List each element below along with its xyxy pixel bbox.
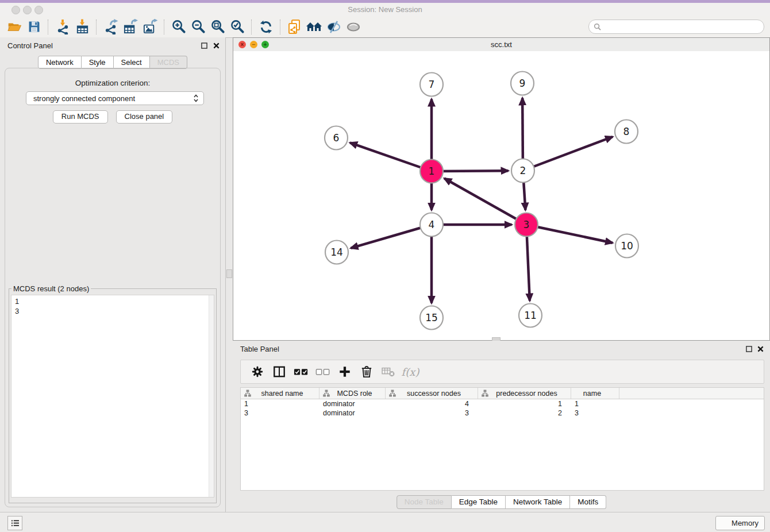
home-neighbors-icon[interactable]	[305, 18, 324, 36]
function-fx-icon[interactable]: f(x)	[399, 363, 421, 381]
graph-edge-4-14[interactable]	[351, 225, 432, 248]
network-graph[interactable]: 7968124314101511	[233, 51, 769, 340]
graph-edge-1-6[interactable]	[350, 142, 432, 171]
graph-node-9[interactable]: 9	[511, 72, 534, 95]
tab-select[interactable]: Select	[114, 56, 150, 69]
tab-motifs[interactable]: Motifs	[570, 495, 606, 509]
table-row[interactable]: 3 dominator 3 2 3	[241, 408, 764, 418]
task-list-button[interactable]	[7, 516, 22, 530]
gear-icon[interactable]	[247, 363, 268, 381]
float-panel-icon[interactable]	[200, 41, 208, 49]
graph-node-4[interactable]: 4	[420, 213, 443, 237]
search-field[interactable]	[588, 20, 764, 34]
graph-node-2[interactable]: 2	[511, 159, 534, 183]
mcds-result-title: MCDS result (2 nodes)	[11, 284, 91, 293]
result-scrollbar[interactable]	[209, 295, 214, 497]
delete-table-icon[interactable]	[378, 363, 399, 381]
refresh-icon[interactable]	[256, 18, 276, 36]
mcds-result-textarea[interactable]: 1 3	[11, 295, 214, 498]
table-row[interactable]: 1 dominator 4 1 1	[241, 399, 764, 408]
memory-status-dot	[722, 520, 728, 526]
tab-node-table[interactable]: Node Table	[396, 495, 452, 509]
cell-mcds-role[interactable]: dominator	[319, 408, 386, 418]
column-header-shared-name[interactable]: shared name	[241, 388, 319, 399]
graph-edge-2-8[interactable]	[523, 137, 613, 171]
vertical-splitter-handle[interactable]	[226, 269, 232, 278]
zoom-fit-icon[interactable]	[208, 18, 228, 36]
graph-node-3[interactable]: 3	[515, 213, 538, 237]
zoom-out-icon[interactable]	[188, 18, 208, 36]
add-row-icon[interactable]	[334, 363, 356, 381]
cell-predecessor-nodes[interactable]: 2	[478, 408, 571, 418]
import-network-icon[interactable]	[53, 18, 72, 36]
trash-icon[interactable]	[356, 363, 378, 381]
graph-node-10[interactable]: 10	[615, 234, 638, 258]
copy-network-share-icon[interactable]	[285, 18, 305, 36]
close-table-panel-icon[interactable]	[756, 345, 764, 353]
column-header-predecessor-nodes[interactable]: predecessor nodes	[478, 388, 571, 399]
svg-text:15: 15	[425, 312, 438, 323]
tab-network-table[interactable]: Network Table	[506, 495, 570, 509]
graph-node-14[interactable]: 14	[325, 241, 348, 264]
tab-mcds[interactable]: MCDS	[150, 56, 187, 69]
graph-edge-3-1[interactable]	[444, 179, 526, 225]
memory-label: Memory	[732, 519, 759, 527]
export-table-icon[interactable]	[121, 18, 140, 36]
graph-node-11[interactable]: 11	[519, 304, 542, 327]
cell-successor-nodes[interactable]: 3	[386, 408, 478, 418]
network-window-titlebar[interactable]: × − + scc.txt	[233, 38, 769, 52]
memory-button[interactable]: Memory	[715, 516, 765, 530]
close-panel-button[interactable]: Close panel	[116, 110, 173, 124]
zoom-in-icon[interactable]	[169, 18, 188, 36]
columns-icon[interactable]	[268, 363, 290, 381]
cell-successor-nodes[interactable]: 4	[386, 399, 478, 408]
status-bar: Memory	[0, 512, 770, 532]
mcds-panel-body: Optimization criterion: strongly connect…	[5, 68, 221, 507]
search-input[interactable]	[604, 22, 759, 32]
network-canvas[interactable]: 7968124314101511	[233, 51, 769, 340]
graph-node-8[interactable]: 8	[615, 120, 638, 144]
show-eye-icon[interactable]	[344, 18, 363, 36]
search-icon	[594, 23, 601, 30]
cell-shared-name[interactable]: 1	[241, 399, 319, 408]
save-icon[interactable]	[24, 18, 44, 36]
svg-text:6: 6	[333, 132, 340, 144]
svg-text:14: 14	[330, 246, 343, 258]
open-folder-icon[interactable]	[5, 18, 24, 36]
optimization-criterion-select[interactable]: strongly connected component	[26, 91, 204, 105]
select-all-checkboxes-icon[interactable]	[290, 363, 312, 381]
close-panel-icon[interactable]	[212, 41, 220, 49]
graph-node-15[interactable]: 15	[420, 306, 443, 330]
float-table-panel-icon[interactable]	[745, 345, 753, 353]
tab-network[interactable]: Network	[38, 56, 82, 69]
graph-node-1[interactable]: 1	[420, 160, 443, 183]
control-panel-title: Control Panel	[7, 41, 53, 50]
column-type-icon	[244, 390, 251, 397]
graph-edge-3-10[interactable]	[526, 225, 613, 243]
column-type-icon	[389, 390, 396, 397]
svg-text:10: 10	[621, 240, 633, 252]
tab-edge-table[interactable]: Edge Table	[452, 495, 506, 509]
run-mcds-button[interactable]: Run MCDS	[53, 110, 108, 124]
cell-name[interactable]: 1	[571, 399, 619, 408]
mcds-result-line: 1	[15, 296, 214, 306]
cell-shared-name[interactable]: 3	[241, 408, 319, 418]
export-network-icon[interactable]	[101, 18, 121, 36]
tab-style[interactable]: Style	[82, 56, 114, 69]
column-header-name[interactable]: name	[571, 388, 619, 399]
deselect-all-checkboxes-icon[interactable]	[312, 363, 334, 381]
graph-node-6[interactable]: 6	[325, 126, 348, 150]
column-header-mcds-role[interactable]: MCDS role	[319, 388, 386, 399]
cell-mcds-role[interactable]: dominator	[319, 399, 386, 408]
column-type-icon	[323, 390, 330, 397]
hide-eye-icon[interactable]	[324, 18, 344, 36]
export-image-icon[interactable]	[140, 18, 160, 36]
graph-node-7[interactable]: 7	[420, 73, 443, 97]
mcds-result-group: MCDS result (2 nodes) 1 3	[9, 284, 217, 503]
cell-predecessor-nodes[interactable]: 1	[478, 399, 571, 408]
column-header-successor-nodes[interactable]: successor nodes	[386, 388, 478, 399]
zoom-selected-icon[interactable]	[228, 18, 247, 36]
cell-name[interactable]: 3	[571, 408, 619, 418]
import-table-icon[interactable]	[72, 18, 92, 36]
network-view-title: scc.txt	[233, 40, 769, 49]
